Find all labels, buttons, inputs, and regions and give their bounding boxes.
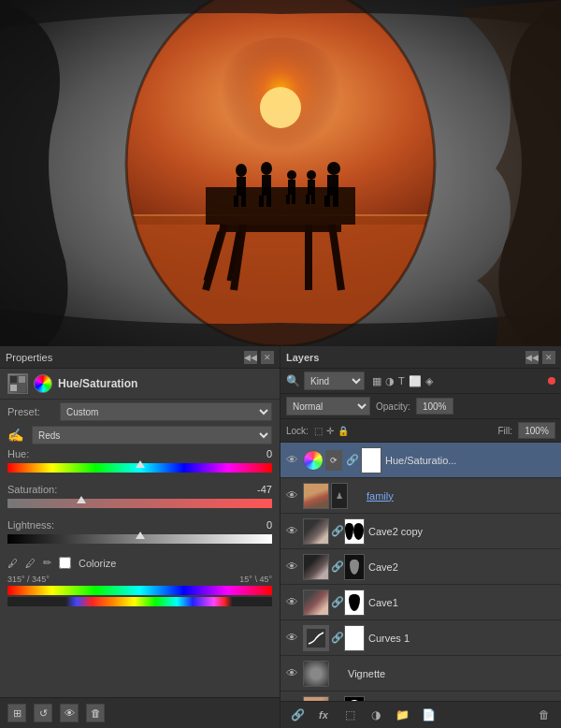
layers-blend-row: Normal Opacity: (280, 394, 561, 419)
hand-icon: ✍ (7, 428, 26, 443)
layer-row[interactable]: 👁 🔗 Face Shape (280, 692, 561, 701)
visibility-button[interactable]: 👁 (60, 704, 79, 722)
opacity-label: Opacity: (376, 401, 410, 412)
layers-search-row: 🔍 Kind ▦ ◑ T ⬜ ◈ (280, 369, 561, 394)
layer-thumbnail (303, 661, 329, 687)
kind-select[interactable]: Kind (304, 371, 365, 390)
channel-select[interactable]: Reds (32, 426, 272, 444)
layer-mask-thumb (344, 518, 365, 545)
reset-button[interactable]: ↺ (34, 704, 52, 722)
range-low-label: 315° / 345° (7, 575, 50, 584)
svg-rect-33 (327, 175, 338, 196)
layers-collapse-button[interactable]: ◀◀ (525, 351, 539, 364)
saturation-section: Saturation: -47 (0, 482, 280, 517)
lock-move-icon[interactable]: ✛ (326, 426, 334, 436)
layer-name-label: Vignette (348, 668, 557, 679)
layer-name-label: Cave1 (368, 597, 557, 608)
lightness-slider-track (7, 532, 272, 546)
layers-lock-row: Lock: ⬚ ✛ 🔒 Fill: (280, 419, 561, 443)
smart-filter-icon[interactable]: ◈ (425, 375, 433, 387)
svg-rect-17 (237, 177, 246, 196)
blend-mode-select[interactable]: Normal (286, 397, 370, 415)
svg-rect-31 (311, 195, 315, 204)
text-filter-icon[interactable]: T (398, 375, 405, 386)
lightness-section: Lightness: 0 (0, 517, 280, 553)
adjustment-button[interactable]: ◑ (367, 706, 385, 724)
fx-button[interactable]: fx (314, 706, 333, 724)
svg-rect-18 (234, 196, 238, 207)
svg-rect-22 (259, 196, 264, 207)
colorize-checkbox[interactable] (59, 557, 71, 569)
layer-mask-thumb (344, 554, 365, 580)
adjustment-thumb-icon (7, 373, 28, 394)
pixel-filter-icon[interactable]: ▦ (372, 375, 381, 387)
add-mask-button[interactable]: ⬚ (340, 706, 359, 724)
channel-row: ✍ Reds (0, 424, 280, 446)
layer-row[interactable]: 👁 ♟ family (280, 478, 561, 514)
range-high-label: 15° \ 45° (239, 575, 272, 584)
layer-name-label: Cave2 (368, 561, 557, 573)
layer-name-label: Cave2 copy (368, 526, 557, 537)
eyedropper-add-icon[interactable]: 🖊 (25, 558, 36, 569)
layer-visibility-toggle[interactable]: 👁 (284, 666, 299, 680)
sat-gradient-bg (7, 499, 272, 508)
layer-chain-icon: 🔗 (331, 525, 342, 537)
panels: Properties ◀◀ ✕ Hue/Saturation (0, 346, 561, 728)
layer-row[interactable]: 👁 🔗 Cave2 (280, 549, 561, 585)
lock-label: Lock: (286, 426, 309, 436)
layer-mask-icon: ♟ (331, 483, 348, 509)
trash-button[interactable]: 🗑 (86, 704, 105, 722)
svg-rect-25 (288, 180, 295, 195)
collapse-button[interactable]: ◀◀ (244, 351, 257, 364)
opacity-input[interactable] (416, 398, 453, 415)
close-button[interactable]: ✕ (261, 351, 274, 364)
layers-close-button[interactable]: ✕ (542, 351, 555, 364)
props-toolbar: ⊞ ↺ 👁 🗑 (0, 697, 280, 728)
layer-visibility-toggle[interactable]: 👁 (284, 524, 299, 538)
svg-rect-26 (286, 195, 290, 204)
group-button[interactable]: 📁 (393, 706, 411, 724)
hue-slider-track (7, 461, 272, 474)
properties-panel-header: Properties ◀◀ ✕ (0, 346, 280, 369)
layer-visibility-toggle[interactable]: 👁 (284, 595, 299, 609)
saturation-value: -47 (244, 484, 272, 495)
layer-row[interactable]: 👁 Vignette (280, 656, 561, 692)
layers-panel-header: Layers ◀◀ ✕ (280, 346, 561, 369)
lock-all-icon[interactable]: 🔒 (338, 426, 349, 436)
layer-row[interactable]: 👁 🔗 Cave2 copy (280, 514, 561, 549)
fill-input[interactable] (518, 422, 555, 439)
layer-row[interactable]: 👁 ⟳ 🔗 Hue/Saturatio... (280, 443, 561, 478)
layer-visibility-toggle[interactable]: 👁 (284, 488, 299, 502)
lock-pixels-icon[interactable]: ⬚ (314, 426, 323, 436)
svg-point-16 (236, 164, 247, 177)
shape-filter-icon[interactable]: ⬜ (409, 375, 422, 387)
layer-visibility-toggle[interactable]: 👁 (284, 453, 299, 467)
layer-visibility-toggle[interactable]: 👁 (284, 560, 299, 574)
layer-name-label: Curves 1 (368, 633, 557, 644)
link-layers-button[interactable]: 🔗 (288, 706, 307, 724)
layer-chain-icon: 🔗 (346, 454, 357, 466)
properties-title: Properties (6, 352, 52, 363)
svg-rect-9 (220, 225, 341, 232)
layer-visibility-toggle[interactable]: 👁 (284, 631, 299, 645)
preset-label: Preset: (7, 406, 54, 417)
layer-row[interactable]: 👁 🔗 Curves 1 (280, 620, 561, 656)
delete-layer-button[interactable]: 🗑 (535, 706, 554, 724)
preset-select[interactable]: Custom (60, 402, 272, 421)
adjustment-filter-icon[interactable]: ◑ (385, 375, 395, 387)
hue-section: Hue: 0 (0, 446, 280, 482)
lock-icons: ⬚ ✛ 🔒 (314, 426, 349, 436)
spectrum-narrow-bar (7, 597, 272, 606)
layer-row[interactable]: 👁 🔗 Cave1 (280, 585, 561, 620)
eyedropper-icon[interactable]: 🖋 (7, 558, 18, 569)
layer-mask-thumb (361, 447, 381, 473)
new-adjustment-button[interactable]: ⊞ (7, 704, 26, 722)
eyedropper-sub-icon[interactable]: ✏ (43, 557, 51, 569)
new-layer-button[interactable]: 📄 (419, 706, 438, 724)
layer-name-label: family (367, 490, 557, 502)
svg-rect-29 (308, 180, 315, 195)
filter-active-indicator (548, 377, 555, 385)
svg-point-4 (260, 87, 301, 128)
svg-rect-21 (262, 175, 271, 196)
layers-toolbar: 🔗 fx ⬚ ◑ 📁 📄 🗑 (280, 701, 561, 728)
